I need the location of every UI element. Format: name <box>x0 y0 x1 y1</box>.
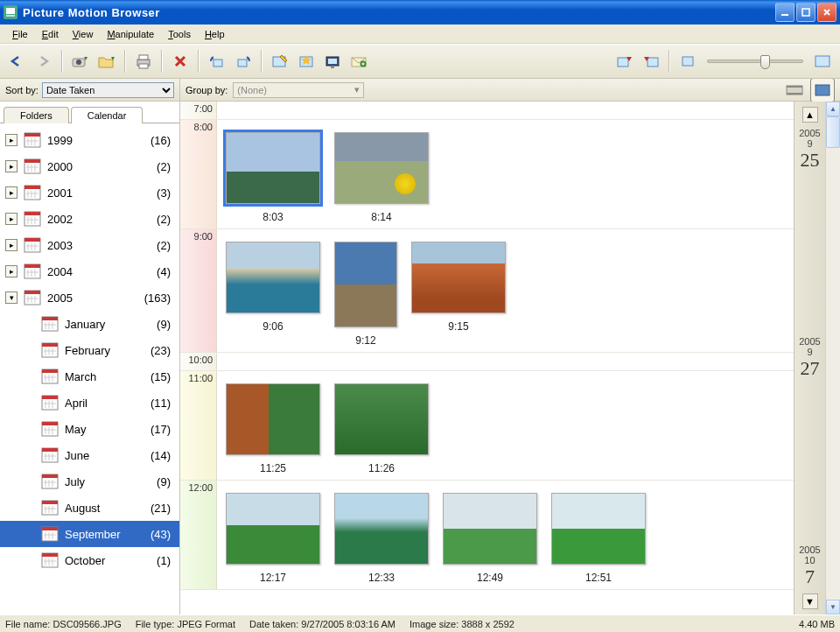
hour-label: 9:00 <box>180 229 217 352</box>
year-row[interactable]: ▾2005(163) <box>0 284 179 311</box>
sort-select[interactable]: Date Taken <box>42 82 174 98</box>
edit-image-button[interactable] <box>268 49 292 74</box>
sort-label: Sort by: <box>5 85 38 95</box>
slideshow-button[interactable] <box>320 49 345 74</box>
month-row[interactable]: October(1) <box>0 547 179 573</box>
email-button[interactable] <box>346 49 371 74</box>
close-button[interactable] <box>817 3 836 22</box>
expand-icon[interactable]: ▸ <box>5 213 18 225</box>
thumbnail[interactable] <box>443 493 537 565</box>
menu-manipulate[interactable]: Manipulate <box>100 27 161 41</box>
menubar: File Edit View Manipulate Tools Help <box>0 25 840 44</box>
year-count: (163) <box>144 291 171 305</box>
app-icon <box>4 5 18 19</box>
collapse-icon[interactable]: ▾ <box>5 291 18 304</box>
expand-icon[interactable]: ▸ <box>5 134 18 146</box>
month-row[interactable]: April(11) <box>0 390 179 416</box>
thumbnail[interactable] <box>226 242 320 313</box>
forward-button[interactable] <box>32 49 56 74</box>
export-image-alt-button[interactable] <box>639 49 663 74</box>
thumb-time: 12:17 <box>260 572 286 584</box>
month-count: (9) <box>157 318 171 331</box>
date-ribbon: ▲ 2005925 2005927 2005107 ▼ <box>794 102 825 614</box>
export-image-button[interactable] <box>612 49 637 74</box>
month-row[interactable]: February(23) <box>0 337 179 363</box>
expand-icon[interactable]: ▸ <box>5 239 18 251</box>
year-label: 2001 <box>47 186 157 200</box>
svg-rect-16 <box>331 66 334 68</box>
svg-rect-8 <box>139 55 148 60</box>
calendar-icon <box>40 314 60 334</box>
thumbnail[interactable] <box>334 493 429 565</box>
tab-folders[interactable]: Folders <box>4 107 69 123</box>
thumb-small-icon[interactable] <box>676 49 700 74</box>
ribbon-up-button[interactable]: ▲ <box>802 107 818 123</box>
thumbnail[interactable] <box>334 242 397 327</box>
menu-help[interactable]: Help <box>198 27 232 41</box>
view-filmstrip-button[interactable] <box>782 79 807 102</box>
month-row[interactable]: March(15) <box>0 363 179 390</box>
zoom-slider[interactable] <box>707 60 803 63</box>
thumb-large-icon[interactable] <box>810 49 835 74</box>
thumbnail-area[interactable]: 7:00 8:00 8:03 8:14 9:00 9:06 9:12 9:15 <box>180 102 794 614</box>
thumbnail[interactable] <box>334 132 429 204</box>
thumbnail[interactable] <box>551 493 646 565</box>
date-card-current[interactable]: 2005927 <box>799 298 820 418</box>
delete-button[interactable] <box>168 49 192 74</box>
svg-rect-96 <box>42 448 58 452</box>
tab-calendar[interactable]: Calendar <box>71 107 144 123</box>
maximize-button[interactable] <box>796 3 816 22</box>
year-row[interactable]: ▸2000(2) <box>0 153 179 179</box>
scroll-down-button[interactable]: ▼ <box>826 600 840 614</box>
print-button[interactable] <box>131 49 156 74</box>
expand-icon[interactable]: ▸ <box>5 265 18 277</box>
year-row[interactable]: ▸2003(2) <box>0 232 179 258</box>
scroll-up-button[interactable]: ▲ <box>826 102 840 116</box>
thumbnail[interactable] <box>226 493 320 565</box>
view-grid-button[interactable] <box>810 79 835 102</box>
calendar-icon <box>40 419 60 439</box>
year-row[interactable]: ▸2002(2) <box>0 206 179 232</box>
month-row[interactable]: January(9) <box>0 311 179 337</box>
month-row[interactable]: June(14) <box>0 442 179 468</box>
month-row[interactable]: July(9) <box>0 468 179 495</box>
expand-icon[interactable]: ▸ <box>5 186 18 199</box>
month-label: August <box>65 502 150 515</box>
thumbnail[interactable] <box>226 132 320 204</box>
svg-rect-84 <box>42 396 58 399</box>
date-card[interactable]: 2005925 <box>799 128 820 172</box>
import-button[interactable] <box>68 49 93 74</box>
year-row[interactable]: ▸2001(3) <box>0 179 179 206</box>
minimize-button[interactable] <box>775 3 794 22</box>
thumbnail[interactable] <box>334 383 429 455</box>
svg-rect-72 <box>42 343 58 347</box>
thumbnail[interactable] <box>226 383 320 455</box>
hour-label: 7:00 <box>180 102 217 119</box>
back-button[interactable] <box>5 49 30 74</box>
month-row[interactable]: May(17) <box>0 416 179 442</box>
open-folder-button[interactable] <box>94 49 119 74</box>
calendar-tree: ▸1999(16)▸2000(2)▸2001(3)▸2002(2)▸2003(2… <box>0 123 179 614</box>
ribbon-down-button[interactable]: ▼ <box>802 593 818 609</box>
thumbnail[interactable] <box>411 242 506 313</box>
month-row[interactable]: August(21) <box>0 495 179 521</box>
menu-file[interactable]: File <box>5 27 35 41</box>
year-label: 2003 <box>47 239 157 252</box>
expand-icon[interactable]: ▸ <box>5 160 18 172</box>
date-card[interactable]: 2005107 <box>799 544 820 588</box>
autocorrect-button[interactable] <box>294 49 318 74</box>
year-row[interactable]: ▸1999(16) <box>0 127 179 153</box>
month-label: February <box>65 344 150 357</box>
month-row[interactable]: September(43) <box>0 521 179 547</box>
month-label: March <box>65 370 150 383</box>
menu-tools[interactable]: Tools <box>161 27 198 41</box>
svg-rect-24 <box>24 133 40 137</box>
rotate-right-button[interactable] <box>231 49 256 74</box>
scroll-thumb[interactable] <box>826 116 840 148</box>
scrollbar[interactable]: ▲ ▼ <box>825 102 840 614</box>
year-row[interactable]: ▸2004(4) <box>0 258 179 284</box>
menu-view[interactable]: View <box>66 27 101 41</box>
rotate-left-button[interactable] <box>205 49 229 74</box>
menu-edit[interactable]: Edit <box>35 27 66 41</box>
group-select[interactable]: (None)▾ <box>233 82 364 98</box>
